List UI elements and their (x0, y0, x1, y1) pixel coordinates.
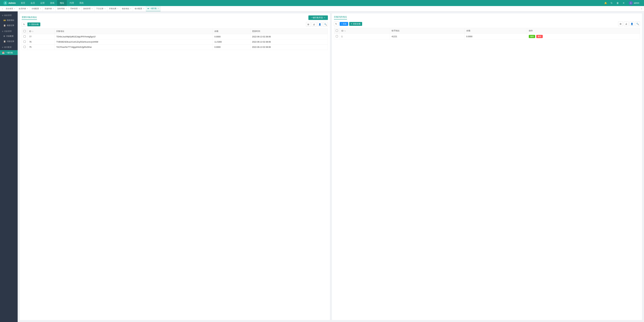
sidebar-item-label: 付款记录 (7, 40, 14, 43)
row-checkbox[interactable] (24, 41, 26, 43)
right-search-icon[interactable]: 🔍 (635, 21, 640, 26)
tab-close-icon[interactable]: × (92, 8, 92, 9)
tab-dot (148, 8, 149, 9)
left-panel-header: 需要归集的地址 一键归集所选 ⇒ (22, 15, 328, 20)
table-row: 77 TDh9cJxaXMp5y961E2dgUP9YAmkg5gct1f 0.… (22, 34, 328, 39)
trash-icon[interactable]: 🗑 (615, 1, 620, 5)
tab-游戏管理[interactable]: 游戏管理 × (82, 6, 94, 11)
row-address: 41221 (390, 34, 464, 39)
sidebar-group-title[interactable]: 📅一键归集 (0, 50, 18, 55)
nav-item-游戏[interactable]: 游戏 (47, 0, 57, 6)
edit-button[interactable]: 编辑 (529, 35, 535, 38)
add-button[interactable]: + 添加 (340, 22, 348, 26)
refresh-icon[interactable]: ↻ (609, 1, 614, 5)
sidebar-group-label: 付款管理 (4, 30, 12, 32)
tab-close-icon[interactable]: × (66, 8, 67, 9)
right-table-wrap: ID ⇅ 收币地址 余额 操作 1 41221 0.0000 编辑 删除 (334, 28, 640, 39)
row-checkbox[interactable] (24, 46, 26, 48)
tab-开奖结果[interactable]: 开奖结果 × (107, 6, 120, 11)
tab-一键归集[interactable]: 一键归集 × (146, 6, 160, 11)
right-panel-header: 归集到的地址 (334, 15, 640, 19)
sidebar-item-收款地址[interactable]: 💳收款地址 (0, 18, 18, 23)
right-update-balance-button[interactable]: ↻ 更新余额 (349, 22, 362, 26)
tab-收款地址[interactable]: 收款地址 × (120, 6, 133, 11)
sidebar-item-icon: ⚙ (3, 35, 5, 37)
left-check-all[interactable] (24, 30, 26, 32)
row-checkbox[interactable] (24, 35, 26, 37)
tab-close-icon[interactable]: × (104, 8, 106, 9)
app-title: Admin (8, 2, 16, 4)
tab-会员列表[interactable]: 会员列表 × (17, 6, 30, 11)
row-updated: 2022-06-13 02:38:06 (250, 39, 328, 45)
tab-分组配置[interactable]: 分组配置 × (30, 6, 43, 11)
right-col-address: 收币地址 (390, 28, 464, 34)
nav-item-运营[interactable]: 运营 (38, 0, 47, 6)
delete-button[interactable]: 删除 (536, 35, 543, 38)
nav-item-代理[interactable]: 代理 (67, 0, 76, 6)
left-search-icon[interactable]: 🔍 (323, 22, 328, 27)
table-row: 1 41221 0.0000 编辑 删除 (334, 34, 640, 39)
left-table-wrap: ID ⇅ 归集地址 余额 更新时间 77 TDh9cJxaXMp5y961E2d… (22, 28, 328, 50)
nav-item-会员[interactable]: 会员 (28, 0, 38, 6)
sidebar-item-icon: 📋 (3, 24, 6, 27)
tab-prev-button[interactable]: ‹ (1, 6, 4, 11)
left-update-balance-button[interactable]: ↻ 更新余额 (28, 22, 40, 26)
tab-close-icon[interactable]: × (40, 8, 41, 9)
username: admin (634, 2, 639, 4)
left-refresh-button[interactable]: ↻ (22, 22, 26, 27)
gather-button[interactable]: 一键归集所选 ⇒ (308, 15, 328, 20)
tab-充值列表[interactable]: 充值列表 × (43, 6, 56, 11)
tab-close-icon[interactable]: × (14, 8, 15, 9)
right-panel: 归集到的地址 ↻ + 添加 ↻ 更新余额 ⊞ 🖨 👤 🔍 (332, 13, 642, 320)
tab-下注记录[interactable]: 下注记录 × (94, 6, 107, 11)
user-menu[interactable]: A admin (627, 1, 641, 5)
right-grid-icon[interactable]: ⊞ (618, 21, 623, 26)
table-row: 76 TVBS6EAE8ca1X1oKJZsy5GeHcunxUyUhNW 11… (22, 39, 328, 45)
tab-close-icon[interactable]: × (158, 8, 159, 9)
sidebar-item-label: 收款地址 (7, 19, 14, 21)
tab-next-button[interactable]: › (640, 6, 643, 11)
sidebar-item-付款记录[interactable]: 📋付款记录 (0, 39, 18, 44)
nav-item-地址[interactable]: 地址 (57, 0, 67, 6)
sidebar-group-title[interactable]: ≡收付配置 (0, 45, 18, 49)
tab-close-icon[interactable]: × (130, 8, 131, 9)
row-checkbox[interactable] (336, 35, 338, 37)
sidebar-group-title: ≡付款管理 (0, 29, 18, 33)
right-check-all[interactable] (336, 29, 338, 32)
top-navigation: A Admin 首页会员运营游戏地址代理系统 🔔 ↻ 🗑 ✕ A admin (0, 0, 644, 6)
nav-item-系统[interactable]: 系统 (76, 0, 86, 6)
sidebar-item-收款记录[interactable]: 📋收款记录 (0, 23, 18, 28)
right-refresh-button[interactable]: ↻ (334, 21, 339, 26)
tab-close-icon[interactable]: × (27, 8, 28, 9)
sidebar-group-icon: ≡ (2, 14, 3, 17)
right-print-icon[interactable]: 🖨 (624, 21, 628, 26)
nav-item-首页[interactable]: 首页 (18, 0, 28, 6)
close-icon[interactable]: ✕ (621, 1, 626, 5)
row-address: TACFkserNvTT7xbjjyphNzfz2jpRe3tHar (54, 45, 213, 50)
row-id: 77 (28, 34, 54, 39)
right-user-icon[interactable]: 👤 (630, 21, 634, 26)
sidebar-group-icon: ≡ (2, 46, 3, 48)
left-user-icon[interactable]: 👤 (318, 22, 322, 27)
avatar: A (629, 1, 633, 5)
tab-close-icon[interactable]: × (143, 8, 144, 9)
tab-币种管理[interactable]: 币种管理 × (68, 6, 82, 11)
left-col-id: ID ⇅ (28, 28, 54, 34)
nav-right: 🔔 ↻ 🗑 ✕ A admin (603, 1, 643, 5)
tab-后台首页[interactable]: 后台首页 × (4, 6, 17, 11)
tab-收付配置[interactable]: 收付配置 × (133, 6, 146, 11)
tab-close-icon[interactable]: × (118, 8, 118, 9)
left-print-icon[interactable]: 🖨 (312, 22, 316, 27)
row-address: TVBS6EAE8ca1X1oKJZsy5GeHcunxUyUhNW (54, 39, 213, 45)
sidebar-group-label: 收款管理 (4, 14, 12, 17)
row-check-cell (22, 39, 28, 45)
left-grid-icon[interactable]: ⊞ (306, 22, 311, 27)
sidebar-item-付款配置[interactable]: ⚙付款配置 (0, 33, 18, 39)
main-layout: ≡收款管理💳收款地址📋收款记录≡付款管理⚙付款配置📋付款记录≡收付配置📅一键归集… (0, 11, 644, 322)
tab-划转明细[interactable]: 划转明细 × (56, 6, 68, 11)
bell-icon[interactable]: 🔔 (603, 1, 608, 5)
tab-close-icon[interactable]: × (53, 8, 54, 9)
tab-close-icon[interactable]: × (78, 8, 80, 9)
row-balance: 11.5300 (213, 39, 250, 45)
left-toolbar: ↻ ↻ 更新余额 ⊞ 🖨 👤 🔍 (22, 22, 328, 27)
